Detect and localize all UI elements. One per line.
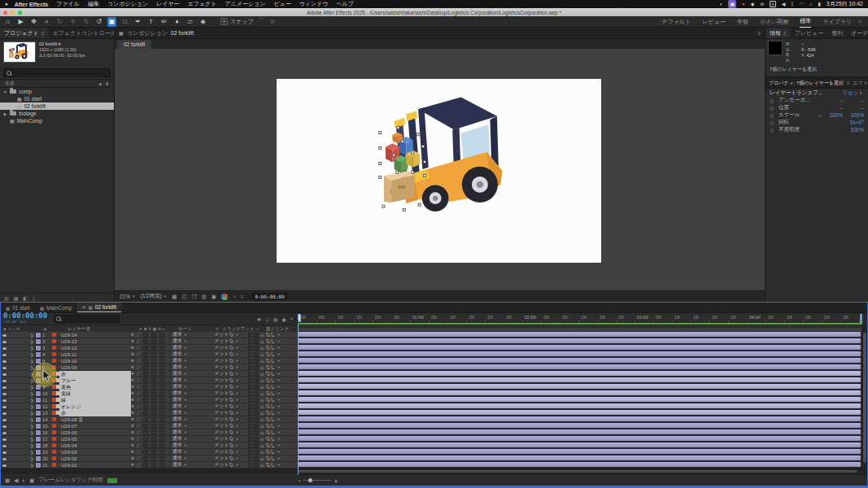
layer-color-swatch[interactable] xyxy=(35,345,42,351)
expand-arrow-icon[interactable]: ❯ xyxy=(28,339,35,344)
panel-menu-icon[interactable]: ≡ xyxy=(783,31,787,36)
layer-bar-16[interactable] xyxy=(298,429,862,436)
layer-bar-13[interactable] xyxy=(298,410,862,416)
menu-item-1[interactable]: 編集 xyxy=(88,0,99,8)
transparency-grid-icon[interactable]: ▥ xyxy=(201,294,206,300)
layer-name[interactable]: ブルー xyxy=(59,377,131,384)
pickwhip-icon[interactable]: ◎ xyxy=(260,443,264,448)
layer-row-18[interactable]: ❯ 18 U29-04 ✱╱ 通常▼ マットな▼ ◎なし▼ xyxy=(1,442,298,449)
eye-icon[interactable] xyxy=(1,456,8,461)
layer-color-swatch[interactable] xyxy=(35,429,42,436)
pickwhip-icon[interactable]: ◎ xyxy=(260,463,264,468)
tab-properties[interactable]: プロパティ: 7個のレイヤーを選択 xyxy=(769,80,844,87)
matte-toggles[interactable] xyxy=(248,365,258,370)
layer-color-swatch[interactable] xyxy=(35,403,42,410)
frame-blending-icon[interactable]: ▤ xyxy=(273,316,278,322)
timeline-tab-02-forklift[interactable]: ✕▦02 forklift xyxy=(77,303,122,312)
eye-icon[interactable] xyxy=(1,404,8,409)
matte-toggles[interactable] xyxy=(248,359,258,364)
layer-switches[interactable]: ✱╱ xyxy=(131,430,170,435)
new-comp-icon[interactable]: ◧ xyxy=(23,295,28,301)
matte-toggles[interactable] xyxy=(248,339,258,344)
layer-bar-15[interactable] xyxy=(298,423,862,429)
matte-toggles[interactable] xyxy=(248,443,258,448)
zoom-out-mountain-icon[interactable]: ▲ xyxy=(298,478,301,482)
snap-grid-icon[interactable]: ≋ xyxy=(270,18,276,25)
layer-switches[interactable]: ✱╱ xyxy=(131,352,170,357)
matte-toggles[interactable] xyxy=(248,391,258,396)
time-ruler[interactable]: 00f05f10f15f20f25f01:00f05f10f15f20f25f0… xyxy=(298,313,862,325)
eye-icon[interactable] xyxy=(1,352,8,357)
layer-row-16[interactable]: ❯ 16 U29-06 ✱╱ 通常▼ マットな▼ ◎なし▼ xyxy=(1,429,298,436)
app-menu[interactable]: After Effects xyxy=(15,2,49,7)
pickwhip-icon[interactable]: ◎ xyxy=(260,398,264,403)
snap-options-icon[interactable]: ⌒ xyxy=(259,17,265,26)
new-folder-icon[interactable]: ▦ xyxy=(14,295,19,301)
display-icon[interactable]: ◐ xyxy=(720,0,723,8)
layer-switches[interactable]: ✱╱ xyxy=(131,450,170,455)
shy-icon[interactable]: ✦ xyxy=(139,327,142,331)
pickwhip-icon[interactable]: ◎ xyxy=(260,346,264,351)
matte-toggles[interactable] xyxy=(248,372,258,377)
pickwhip-icon[interactable]: ◎ xyxy=(260,385,264,390)
eye-icon[interactable] xyxy=(1,333,8,338)
timeline-vertical-scrollbar[interactable] xyxy=(862,325,867,468)
puppet-tool-icon[interactable]: ◈ xyxy=(198,17,207,27)
eye-icon[interactable] xyxy=(1,424,8,429)
comp-name[interactable]: 02 forklift ▾ xyxy=(39,41,85,47)
resolution-dropdown[interactable]: (1/2画質)▼ xyxy=(140,293,167,300)
layer-bar-5[interactable] xyxy=(298,358,862,364)
panel-menu-icon[interactable]: ≡ xyxy=(757,31,761,36)
workspace-tab-5[interactable]: ライブラリ xyxy=(822,16,852,28)
matte-toggles[interactable] xyxy=(248,378,258,383)
eye-icon[interactable] xyxy=(1,398,8,403)
pickwhip-icon[interactable]: ◎ xyxy=(260,359,264,364)
transform-group-row[interactable]: レイヤートランスフ... リセット xyxy=(765,89,868,97)
dolly-camera-tool-icon[interactable]: ⇅ xyxy=(81,17,90,27)
render-toggle-icon[interactable]: ▣ xyxy=(29,477,34,484)
matte-toggles[interactable] xyxy=(248,417,258,422)
exposure-icon[interactable]: ◔ xyxy=(233,294,236,299)
close-tab-icon[interactable]: ✕ xyxy=(82,304,86,310)
layer-name[interactable]: 赤 xyxy=(59,410,131,416)
layer-color-swatch[interactable] xyxy=(35,436,42,442)
timeline-search-input[interactable] xyxy=(54,315,120,323)
brush-tool-icon[interactable]: ✏ xyxy=(159,17,168,27)
layer-switches[interactable]: ✱╱ xyxy=(131,404,170,409)
tab-project[interactable]: プロジェクト ≡ xyxy=(0,28,49,38)
expand-arrow-icon[interactable]: ❯ xyxy=(28,385,35,390)
layer-bar-12[interactable] xyxy=(298,403,862,410)
workspace-tab-3[interactable]: 小さい画面 xyxy=(760,16,788,28)
layer-color-swatch[interactable] xyxy=(35,423,42,429)
eye-icon[interactable] xyxy=(1,339,8,344)
eye-icon[interactable] xyxy=(1,378,8,383)
layer-bar-10[interactable] xyxy=(298,390,862,397)
layer-color-swatch[interactable] xyxy=(35,338,42,345)
draft-3d-icon[interactable]: ◇ xyxy=(265,316,269,322)
layer-color-swatch[interactable] xyxy=(35,449,42,455)
reset-link[interactable]: リセット xyxy=(842,89,864,97)
layer-switches[interactable]: ✱╱ xyxy=(131,359,170,364)
screen-mirroring-icon[interactable]: ▣ xyxy=(728,0,736,8)
expand-arrow-icon[interactable]: ❯ xyxy=(28,417,35,422)
eye-icon[interactable] xyxy=(1,450,8,455)
matte-toggles[interactable] xyxy=(248,463,258,468)
snapshot-icon[interactable]: ⌗ xyxy=(241,294,244,300)
layer-name[interactable]: U29-02 xyxy=(59,455,131,462)
layer-bar-17[interactable] xyxy=(298,436,862,442)
layer-switches[interactable]: ✱╱ xyxy=(131,333,170,338)
menu-item-0[interactable]: ファイル xyxy=(56,0,80,8)
expand-arrow-icon[interactable]: ❯ xyxy=(28,411,35,416)
eye-icon[interactable] xyxy=(1,430,8,435)
expand-arrow-icon[interactable]: ❯ xyxy=(28,404,35,409)
layer-row-21[interactable]: ❯ 21 U29-01 ✱╱ 通常▼ マットな▼ ◎なし▼ xyxy=(1,462,298,468)
project-item-01-start[interactable]: ▦01 start xyxy=(0,95,114,102)
text-tool-icon[interactable]: T xyxy=(146,17,155,27)
layer-name[interactable]: U29-09 xyxy=(59,364,131,371)
expand-arrow-icon[interactable]: ❯ xyxy=(28,391,35,396)
tab-effect-controls[interactable]: エフェクトコントロール 02 f xyxy=(49,28,115,38)
layer-row-20[interactable]: ❯ 20 U29-02 ✱╱ 通常▼ マットな▼ ◎なし▼ xyxy=(1,455,298,462)
layer-switches[interactable]: ✱╱ xyxy=(131,339,170,344)
pickwhip-icon[interactable]: ◎ xyxy=(260,404,264,409)
layer-switches[interactable]: ✱╱ xyxy=(131,411,170,416)
